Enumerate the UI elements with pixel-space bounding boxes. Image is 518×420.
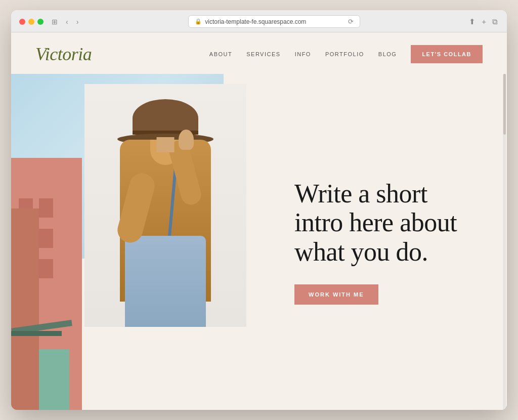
scrollbar[interactable] <box>503 74 506 410</box>
minimize-button[interactable] <box>28 19 34 25</box>
nav-about[interactable]: ABOUT <box>209 51 232 57</box>
browser-chrome: ⊞ ‹ › 🔒 victoria-template-fe.squarespace… <box>11 10 507 32</box>
woman-figure <box>84 84 246 327</box>
forward-button[interactable]: › <box>74 17 81 27</box>
lets-collab-button[interactable]: LET'S COLLAB <box>411 45 483 63</box>
browser-controls: ⊞ ‹ › <box>50 17 80 27</box>
close-button[interactable] <box>19 19 25 25</box>
browser-actions: ⬆ + ⧉ <box>468 16 499 27</box>
window-2 <box>39 198 53 218</box>
work-with-me-button[interactable]: WORK WITH ME <box>294 284 378 305</box>
nav-portfolio[interactable]: PORTFOLIO <box>325 51 364 57</box>
back-button[interactable]: ‹ <box>64 17 70 27</box>
neck <box>157 137 175 152</box>
browser-window: ⊞ ‹ › 🔒 victoria-template-fe.squarespace… <box>11 10 507 410</box>
new-tab-icon[interactable]: + <box>481 16 487 27</box>
nav-info[interactable]: INFO <box>295 51 311 57</box>
hero-section: Write a short intro here about what you … <box>11 74 507 410</box>
lower-body <box>125 236 206 327</box>
address-bar-wrapper: 🔒 victoria-template-fe.squarespace.com ⟳ <box>87 15 462 28</box>
hero-photo <box>84 84 246 327</box>
url-text: victoria-template-fe.squarespace.com <box>205 18 306 25</box>
share-icon[interactable]: ⬆ <box>468 16 477 27</box>
window-4 <box>39 229 53 248</box>
traffic-lights <box>19 19 44 25</box>
teal-building <box>39 349 69 410</box>
reload-icon[interactable]: ⟳ <box>348 18 354 25</box>
nav-blog[interactable]: BLOG <box>378 51 397 57</box>
site-nav: ABOUT SERVICES INFO PORTFOLIO BLOG LET'S… <box>209 45 483 63</box>
site-header: Victoria ABOUT SERVICES INFO PORTFOLIO B… <box>11 32 507 74</box>
website: Victoria ABOUT SERVICES INFO PORTFOLIO B… <box>11 32 507 410</box>
scrollbar-thumb <box>503 74 506 135</box>
lock-icon: 🔒 <box>195 18 202 25</box>
hero-headline: Write a short intro here about what you … <box>294 179 477 266</box>
nav-services[interactable]: SERVICES <box>246 51 280 57</box>
address-bar[interactable]: 🔒 victoria-template-fe.squarespace.com ⟳ <box>188 15 360 28</box>
sidebar-toggle-icon[interactable]: ⊞ <box>50 17 60 27</box>
roof-detail-2 <box>11 331 62 336</box>
hero-content: Write a short intro here about what you … <box>254 74 507 410</box>
hand <box>179 130 194 150</box>
window-6 <box>39 259 53 278</box>
maximize-button[interactable] <box>37 19 44 25</box>
site-logo[interactable]: Victoria <box>35 44 92 65</box>
building-side-dark <box>11 208 39 410</box>
duplicate-icon[interactable]: ⧉ <box>491 16 499 27</box>
